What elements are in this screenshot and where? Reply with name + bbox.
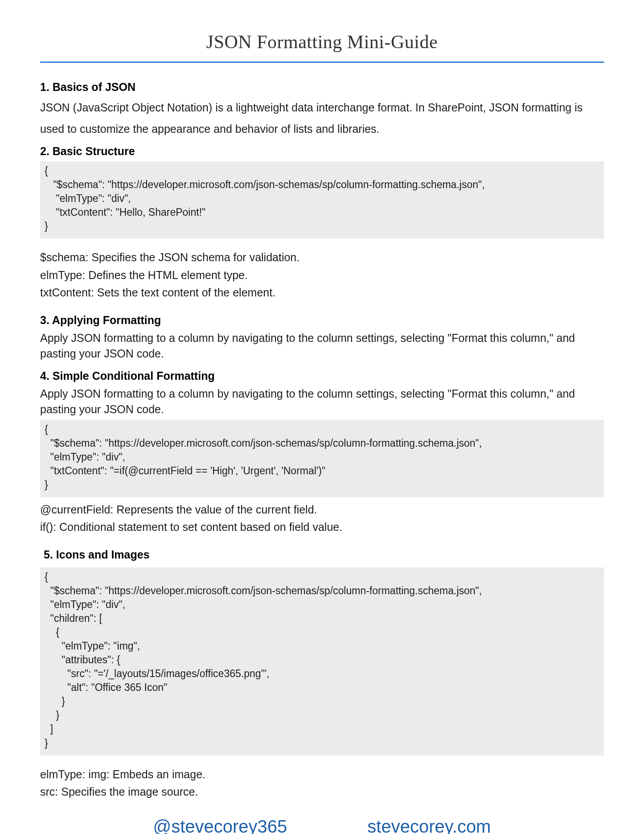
section-2-desc-elmtype: elmType: Defines the HTML element type. bbox=[40, 267, 604, 284]
title-divider bbox=[40, 62, 604, 63]
footer-website[interactable]: stevecorey.com bbox=[367, 817, 491, 834]
section-2-desc-txtcontent: txtContent: Sets the text content of the… bbox=[40, 284, 604, 301]
section-4-desc-currentfield: @currentField: Represents the value of t… bbox=[40, 501, 604, 518]
footer-social-handle[interactable]: @stevecorey365 bbox=[153, 817, 287, 834]
section-2-desc-schema: $schema: Specifies the JSON schema for v… bbox=[40, 249, 604, 266]
section-4-paragraph: Apply JSON formatting to a column by nav… bbox=[40, 386, 604, 417]
section-4-code: { "$schema": "https://developer.microsof… bbox=[40, 420, 604, 497]
section-3-paragraph: Apply JSON formatting to a column by nav… bbox=[40, 330, 604, 362]
section-1-heading: 1. Basics of JSON bbox=[40, 81, 604, 94]
section-2-heading: 2. Basic Structure bbox=[40, 145, 604, 158]
section-5-desc-elmtype-img: elmType: img: Embeds an image. bbox=[40, 766, 604, 783]
section-4-desc-if: if(): Conditional statement to set conte… bbox=[40, 519, 604, 536]
section-5-desc-src: src: Specifies the image source. bbox=[40, 784, 604, 801]
footer: @stevecorey365 stevecorey.com bbox=[40, 817, 604, 834]
section-4-heading: 4. Simple Conditional Formatting bbox=[40, 370, 604, 382]
page-title: JSON Formatting Mini-Guide bbox=[40, 31, 604, 53]
section-5-heading: 5. Icons and Images bbox=[44, 548, 604, 561]
section-2-code: { "$schema": "https://developer.microsof… bbox=[40, 161, 604, 238]
section-3-heading: 3. Applying Formatting bbox=[40, 314, 604, 327]
section-5-code: { "$schema": "https://developer.microsof… bbox=[40, 567, 604, 756]
section-1-paragraph: JSON (JavaScript Object Notation) is a l… bbox=[40, 97, 604, 140]
